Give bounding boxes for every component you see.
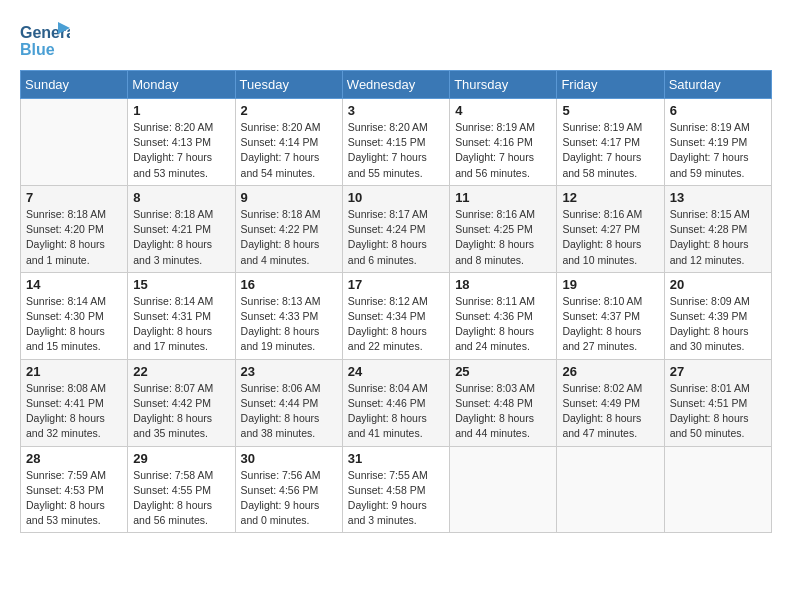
day-info: Sunrise: 8:12 AMSunset: 4:34 PMDaylight:…	[348, 294, 444, 355]
day-number: 26	[562, 364, 658, 379]
calendar-body: 1Sunrise: 8:20 AMSunset: 4:13 PMDaylight…	[21, 99, 772, 533]
calendar-cell: 18Sunrise: 8:11 AMSunset: 4:36 PMDayligh…	[450, 272, 557, 359]
calendar-cell: 2Sunrise: 8:20 AMSunset: 4:14 PMDaylight…	[235, 99, 342, 186]
weekday-header: Monday	[128, 71, 235, 99]
day-info: Sunrise: 8:10 AMSunset: 4:37 PMDaylight:…	[562, 294, 658, 355]
day-number: 4	[455, 103, 551, 118]
calendar-cell: 28Sunrise: 7:59 AMSunset: 4:53 PMDayligh…	[21, 446, 128, 533]
day-number: 9	[241, 190, 337, 205]
page-header: GeneralBlue	[20, 20, 772, 60]
day-number: 29	[133, 451, 229, 466]
calendar-cell: 19Sunrise: 8:10 AMSunset: 4:37 PMDayligh…	[557, 272, 664, 359]
calendar-cell: 11Sunrise: 8:16 AMSunset: 4:25 PMDayligh…	[450, 185, 557, 272]
day-info: Sunrise: 8:01 AMSunset: 4:51 PMDaylight:…	[670, 381, 766, 442]
calendar: SundayMondayTuesdayWednesdayThursdayFrid…	[20, 70, 772, 533]
svg-text:Blue: Blue	[20, 41, 55, 58]
calendar-cell	[557, 446, 664, 533]
day-number: 28	[26, 451, 122, 466]
weekday-header: Wednesday	[342, 71, 449, 99]
day-number: 17	[348, 277, 444, 292]
day-info: Sunrise: 8:14 AMSunset: 4:31 PMDaylight:…	[133, 294, 229, 355]
calendar-cell: 13Sunrise: 8:15 AMSunset: 4:28 PMDayligh…	[664, 185, 771, 272]
calendar-cell: 9Sunrise: 8:18 AMSunset: 4:22 PMDaylight…	[235, 185, 342, 272]
calendar-cell: 12Sunrise: 8:16 AMSunset: 4:27 PMDayligh…	[557, 185, 664, 272]
day-info: Sunrise: 8:19 AMSunset: 4:17 PMDaylight:…	[562, 120, 658, 181]
day-number: 21	[26, 364, 122, 379]
day-info: Sunrise: 8:02 AMSunset: 4:49 PMDaylight:…	[562, 381, 658, 442]
day-info: Sunrise: 8:04 AMSunset: 4:46 PMDaylight:…	[348, 381, 444, 442]
day-number: 1	[133, 103, 229, 118]
day-info: Sunrise: 8:11 AMSunset: 4:36 PMDaylight:…	[455, 294, 551, 355]
day-number: 7	[26, 190, 122, 205]
day-info: Sunrise: 8:08 AMSunset: 4:41 PMDaylight:…	[26, 381, 122, 442]
logo: GeneralBlue	[20, 20, 70, 60]
calendar-cell: 8Sunrise: 8:18 AMSunset: 4:21 PMDaylight…	[128, 185, 235, 272]
day-info: Sunrise: 7:56 AMSunset: 4:56 PMDaylight:…	[241, 468, 337, 529]
calendar-cell: 14Sunrise: 8:14 AMSunset: 4:30 PMDayligh…	[21, 272, 128, 359]
weekday-header: Tuesday	[235, 71, 342, 99]
calendar-cell: 1Sunrise: 8:20 AMSunset: 4:13 PMDaylight…	[128, 99, 235, 186]
calendar-cell: 15Sunrise: 8:14 AMSunset: 4:31 PMDayligh…	[128, 272, 235, 359]
weekday-header: Friday	[557, 71, 664, 99]
calendar-week-row: 14Sunrise: 8:14 AMSunset: 4:30 PMDayligh…	[21, 272, 772, 359]
day-number: 6	[670, 103, 766, 118]
calendar-cell: 25Sunrise: 8:03 AMSunset: 4:48 PMDayligh…	[450, 359, 557, 446]
day-number: 18	[455, 277, 551, 292]
day-number: 31	[348, 451, 444, 466]
day-info: Sunrise: 8:18 AMSunset: 4:21 PMDaylight:…	[133, 207, 229, 268]
day-number: 22	[133, 364, 229, 379]
day-info: Sunrise: 8:18 AMSunset: 4:22 PMDaylight:…	[241, 207, 337, 268]
day-number: 2	[241, 103, 337, 118]
day-info: Sunrise: 7:59 AMSunset: 4:53 PMDaylight:…	[26, 468, 122, 529]
day-info: Sunrise: 8:06 AMSunset: 4:44 PMDaylight:…	[241, 381, 337, 442]
day-info: Sunrise: 8:16 AMSunset: 4:25 PMDaylight:…	[455, 207, 551, 268]
weekday-header: Thursday	[450, 71, 557, 99]
calendar-cell: 20Sunrise: 8:09 AMSunset: 4:39 PMDayligh…	[664, 272, 771, 359]
day-info: Sunrise: 8:14 AMSunset: 4:30 PMDaylight:…	[26, 294, 122, 355]
day-info: Sunrise: 8:03 AMSunset: 4:48 PMDaylight:…	[455, 381, 551, 442]
calendar-week-row: 28Sunrise: 7:59 AMSunset: 4:53 PMDayligh…	[21, 446, 772, 533]
day-number: 23	[241, 364, 337, 379]
calendar-cell: 22Sunrise: 8:07 AMSunset: 4:42 PMDayligh…	[128, 359, 235, 446]
day-info: Sunrise: 8:16 AMSunset: 4:27 PMDaylight:…	[562, 207, 658, 268]
day-number: 24	[348, 364, 444, 379]
calendar-cell: 5Sunrise: 8:19 AMSunset: 4:17 PMDaylight…	[557, 99, 664, 186]
day-info: Sunrise: 8:19 AMSunset: 4:16 PMDaylight:…	[455, 120, 551, 181]
calendar-cell: 10Sunrise: 8:17 AMSunset: 4:24 PMDayligh…	[342, 185, 449, 272]
day-number: 5	[562, 103, 658, 118]
day-number: 20	[670, 277, 766, 292]
calendar-cell	[450, 446, 557, 533]
calendar-cell: 7Sunrise: 8:18 AMSunset: 4:20 PMDaylight…	[21, 185, 128, 272]
day-number: 16	[241, 277, 337, 292]
day-number: 19	[562, 277, 658, 292]
day-info: Sunrise: 8:15 AMSunset: 4:28 PMDaylight:…	[670, 207, 766, 268]
calendar-cell: 31Sunrise: 7:55 AMSunset: 4:58 PMDayligh…	[342, 446, 449, 533]
calendar-cell: 6Sunrise: 8:19 AMSunset: 4:19 PMDaylight…	[664, 99, 771, 186]
calendar-week-row: 7Sunrise: 8:18 AMSunset: 4:20 PMDaylight…	[21, 185, 772, 272]
calendar-header-row: SundayMondayTuesdayWednesdayThursdayFrid…	[21, 71, 772, 99]
calendar-cell: 21Sunrise: 8:08 AMSunset: 4:41 PMDayligh…	[21, 359, 128, 446]
day-number: 30	[241, 451, 337, 466]
day-info: Sunrise: 8:18 AMSunset: 4:20 PMDaylight:…	[26, 207, 122, 268]
day-number: 14	[26, 277, 122, 292]
calendar-cell	[21, 99, 128, 186]
calendar-cell: 23Sunrise: 8:06 AMSunset: 4:44 PMDayligh…	[235, 359, 342, 446]
day-info: Sunrise: 8:17 AMSunset: 4:24 PMDaylight:…	[348, 207, 444, 268]
day-info: Sunrise: 8:20 AMSunset: 4:15 PMDaylight:…	[348, 120, 444, 181]
calendar-cell: 3Sunrise: 8:20 AMSunset: 4:15 PMDaylight…	[342, 99, 449, 186]
day-info: Sunrise: 8:09 AMSunset: 4:39 PMDaylight:…	[670, 294, 766, 355]
day-number: 11	[455, 190, 551, 205]
calendar-cell: 29Sunrise: 7:58 AMSunset: 4:55 PMDayligh…	[128, 446, 235, 533]
day-info: Sunrise: 8:20 AMSunset: 4:13 PMDaylight:…	[133, 120, 229, 181]
day-info: Sunrise: 8:13 AMSunset: 4:33 PMDaylight:…	[241, 294, 337, 355]
day-number: 15	[133, 277, 229, 292]
calendar-cell	[664, 446, 771, 533]
day-number: 10	[348, 190, 444, 205]
weekday-header: Saturday	[664, 71, 771, 99]
day-number: 25	[455, 364, 551, 379]
calendar-week-row: 1Sunrise: 8:20 AMSunset: 4:13 PMDaylight…	[21, 99, 772, 186]
day-info: Sunrise: 7:58 AMSunset: 4:55 PMDaylight:…	[133, 468, 229, 529]
day-number: 27	[670, 364, 766, 379]
calendar-cell: 4Sunrise: 8:19 AMSunset: 4:16 PMDaylight…	[450, 99, 557, 186]
calendar-week-row: 21Sunrise: 8:08 AMSunset: 4:41 PMDayligh…	[21, 359, 772, 446]
